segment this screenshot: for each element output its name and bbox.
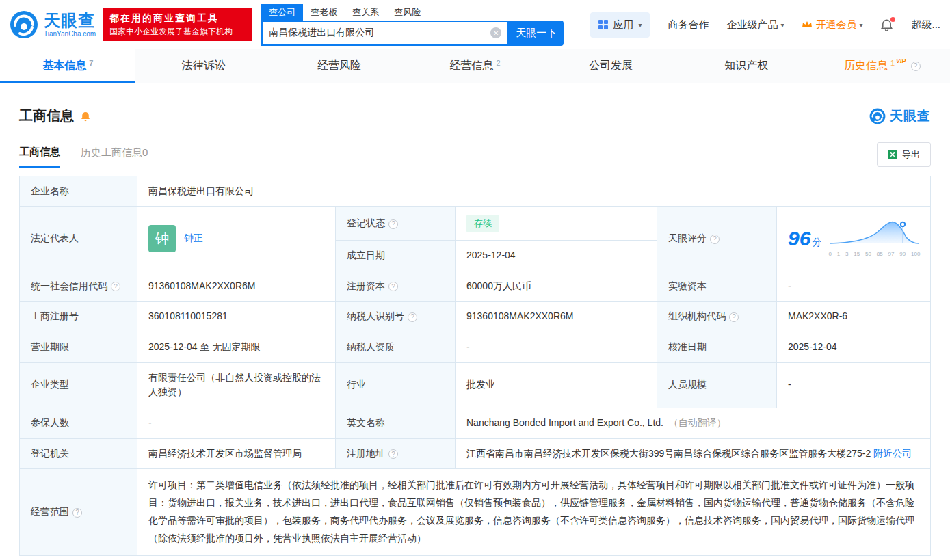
promo-banner[interactable]: 都在用的商业查询工具 国家中小企业发展子基金旗下机构 bbox=[103, 8, 252, 41]
legal-rep-label: 法定代表人 bbox=[20, 206, 137, 271]
legal-rep-cell: 钟 钟正 bbox=[137, 206, 336, 271]
tab-operation-risk[interactable]: 经营风险 bbox=[272, 49, 407, 83]
insured-value: - bbox=[137, 408, 336, 438]
tianyancha-watermark: 天眼查 bbox=[869, 107, 931, 125]
chevron-down-icon bbox=[859, 21, 862, 29]
english-name-label: 英文名称 bbox=[336, 408, 456, 438]
table-row: 法定代表人 钟 钟正 登记状态 存续 天眼评分 96分 bbox=[20, 206, 931, 240]
staff-size-value: - bbox=[777, 362, 931, 408]
reg-capital-label: 注册资本 bbox=[336, 271, 456, 302]
business-scope-label: 经营范围 bbox=[20, 469, 137, 556]
tab-company-development[interactable]: 公司发展 bbox=[543, 49, 678, 83]
table-row: 经营范围 许可项目：第二类增值电信业务（依法须经批准的项目，经相关部门批准后在许… bbox=[20, 469, 931, 556]
nav-business-cooperation[interactable]: 商务合作 bbox=[668, 18, 709, 31]
subtab-row: 工商信息 历史工商信息0 导出 bbox=[19, 142, 931, 168]
score-cell: 96分 bbox=[777, 206, 931, 271]
chevron-down-icon bbox=[638, 21, 642, 29]
tab-label: 经营风险 bbox=[317, 59, 361, 73]
notification-bell[interactable] bbox=[880, 18, 893, 31]
subscribe-bell-icon[interactable] bbox=[80, 111, 91, 122]
paid-capital-label: 实缴资本 bbox=[657, 271, 777, 302]
tab-operation-info[interactable]: 经营信息2 bbox=[407, 49, 542, 83]
tab-label: 经营信息 bbox=[449, 59, 493, 73]
page: 天眼查 TianYanCha.com 都在用的商业查询工具 国家中小企业发展子基… bbox=[0, 0, 950, 560]
credit-code-value: 91360108MAK2XX0R6M bbox=[137, 271, 336, 302]
avatar[interactable]: 钟 bbox=[148, 225, 176, 252]
crown-icon bbox=[802, 21, 813, 29]
tianyancha-logo-icon bbox=[869, 108, 886, 124]
search-tab-relation[interactable]: 查关系 bbox=[345, 4, 386, 21]
search-tab-risk[interactable]: 查风险 bbox=[386, 4, 428, 21]
promo-banner-line1: 都在用的商业查询工具 bbox=[109, 12, 245, 25]
help-icon[interactable] bbox=[388, 219, 398, 229]
apps-menu[interactable]: 应用 bbox=[590, 12, 650, 38]
tab-basic-info[interactable]: 基本信息7 bbox=[0, 49, 135, 83]
tab-history-info[interactable]: 历史信息1 VIP bbox=[815, 49, 950, 83]
promo-banner-line2: 国家中小企业发展子基金旗下机构 bbox=[109, 27, 245, 37]
help-icon[interactable] bbox=[388, 282, 398, 291]
business-info-table: 企业名称 南昌保税进出口有限公司 法定代表人 钟 钟正 登记状态 存续 天眼评分 bbox=[19, 176, 931, 556]
company-name-value: 南昌保税进出口有限公司 bbox=[137, 176, 931, 207]
search-button[interactable]: 天眼一下 bbox=[509, 21, 564, 46]
taxpayer-id-value: 91360108MAK2XX0R6M bbox=[456, 302, 657, 332]
vip-badge: VIP bbox=[896, 57, 906, 64]
tab-count: 1 bbox=[890, 59, 895, 67]
org-code-value: MAK2XX0R-6 bbox=[777, 302, 931, 332]
logo-text: 天眼查 TianYanCha.com bbox=[44, 12, 96, 37]
help-icon[interactable] bbox=[111, 282, 120, 291]
tab-label: 法律诉讼 bbox=[182, 59, 226, 73]
search-tab-boss[interactable]: 查老板 bbox=[303, 4, 345, 21]
address-value: 江西省南昌市南昌经济技术开发区保税大街399号南昌综合保税区综合服务区监管服务大… bbox=[466, 448, 871, 459]
score-label: 天眼评分 bbox=[657, 206, 777, 271]
tab-intellectual-property[interactable]: 知识产权 bbox=[678, 49, 814, 83]
tab-label: 知识产权 bbox=[724, 59, 768, 73]
export-button[interactable]: 导出 bbox=[877, 142, 931, 167]
search-input[interactable] bbox=[269, 27, 490, 38]
nav-open-vip[interactable]: 开通会员 bbox=[802, 18, 862, 31]
tianyancha-logo[interactable]: 天眼查 TianYanCha.com bbox=[10, 10, 96, 39]
search-tab-company[interactable]: 查公司 bbox=[261, 4, 303, 21]
address-label: 注册地址 bbox=[336, 438, 456, 469]
help-icon[interactable] bbox=[911, 62, 921, 71]
score-number: 96分 bbox=[788, 223, 821, 255]
tianyancha-logo-icon bbox=[10, 10, 38, 39]
staff-size-label: 人员规模 bbox=[657, 362, 777, 408]
main-content: 工商信息 天眼查 工商信息 历史工商信息0 bbox=[0, 107, 950, 560]
industry-value: 批发业 bbox=[456, 362, 657, 408]
grid-icon bbox=[598, 20, 608, 29]
business-term-value: 2025-12-04 至 无固定期限 bbox=[137, 332, 336, 362]
status-badge: 存续 bbox=[466, 215, 499, 232]
approve-date-value: 2025-12-04 bbox=[777, 332, 931, 362]
help-icon[interactable] bbox=[388, 449, 398, 459]
legal-rep-link[interactable]: 钟正 bbox=[184, 231, 203, 246]
clear-icon[interactable] bbox=[490, 27, 501, 38]
nearby-companies-link[interactable]: 附近公司 bbox=[873, 448, 912, 459]
reg-status-label: 登记状态 bbox=[336, 206, 456, 240]
score-axis: 01 315 5085 9799 100 bbox=[828, 250, 920, 258]
nav-enterprise-product[interactable]: 企业级产品 bbox=[726, 18, 784, 31]
help-icon[interactable] bbox=[408, 312, 417, 322]
help-icon[interactable] bbox=[72, 508, 82, 518]
paid-capital-value: - bbox=[777, 271, 931, 302]
org-code-label: 组织机构代码 bbox=[657, 302, 777, 332]
tab-count: 7 bbox=[89, 59, 93, 67]
help-icon[interactable] bbox=[729, 312, 739, 322]
reg-capital-value: 60000万人民币 bbox=[456, 271, 657, 302]
subtab-business-info[interactable]: 工商信息 bbox=[19, 142, 60, 168]
english-name-cell: Nanchang Bonded Import and Export Co., L… bbox=[456, 408, 931, 438]
table-row: 参保人数 - 英文名称 Nanchang Bonded Import and E… bbox=[20, 408, 931, 438]
tab-legal-litigation[interactable]: 法律诉讼 bbox=[135, 49, 271, 83]
authority-value: 南昌经济技术开发区市场监督管理局 bbox=[137, 438, 336, 469]
help-icon[interactable] bbox=[710, 235, 720, 244]
auto-translate-note: （自动翻译） bbox=[669, 417, 726, 428]
score-curve-icon bbox=[828, 219, 920, 245]
company-name-label: 企业名称 bbox=[20, 176, 137, 207]
taxpayer-quali-value: - bbox=[456, 332, 657, 362]
address-cell: 江西省南昌市南昌经济技术开发区保税大街399号南昌综合保税区综合服务区监管服务大… bbox=[456, 438, 931, 469]
reg-number-value: 360108110015281 bbox=[137, 302, 336, 332]
nav-super-vip[interactable]: 超级... bbox=[911, 18, 940, 31]
taxpayer-id-label: 纳税人识别号 bbox=[336, 302, 456, 332]
apps-label: 应用 bbox=[613, 18, 633, 31]
subtab-history-business-info[interactable]: 历史工商信息0 bbox=[81, 142, 148, 167]
credit-code-label: 统一社会信用代码 bbox=[20, 271, 137, 302]
